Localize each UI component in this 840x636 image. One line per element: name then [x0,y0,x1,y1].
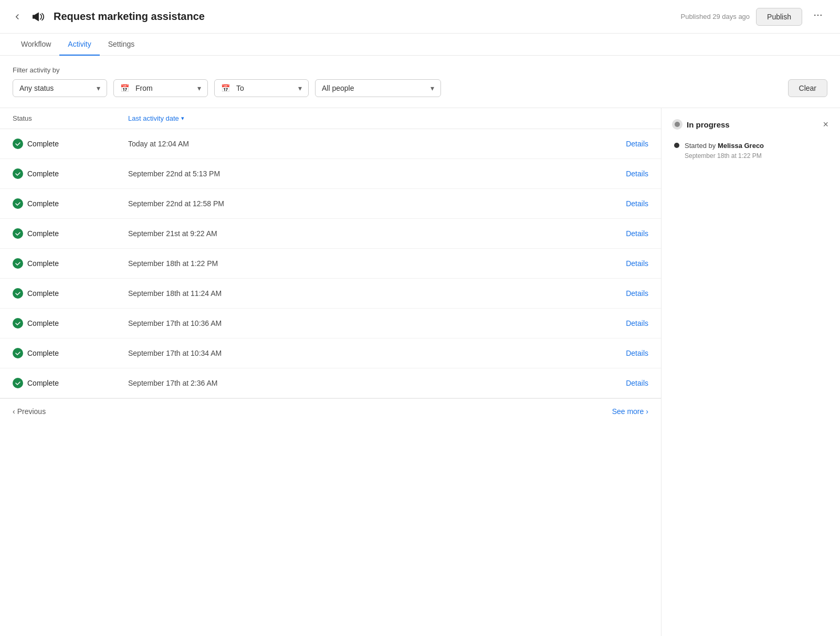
date-cell: September 17th at 10:36 AM [128,319,626,327]
publish-button[interactable]: Publish [756,8,802,26]
people-filter-value: All people [322,84,354,92]
table-row[interactable]: Complete September 22nd at 5:13 PM Detai… [0,159,661,189]
sort-by-date-button[interactable]: Last activity date ▾ [128,114,184,122]
complete-icon [13,228,23,239]
published-status: Published 29 days ago [681,13,750,20]
status-cell: Complete [13,198,128,209]
close-panel-button[interactable]: × [822,119,830,130]
complete-icon [13,288,23,299]
panel-activity-item: Started by Melissa Greco September 18th … [672,141,830,160]
tab-activity[interactable]: Activity [59,34,99,56]
details-link[interactable]: Details [626,379,648,387]
status-text: Complete [27,169,59,178]
status-text: Complete [27,199,59,208]
details-link[interactable]: Details [626,229,648,238]
status-filter[interactable]: Any status ▾ [13,79,107,97]
chevron-down-icon: ▾ [97,84,100,92]
table-row[interactable]: Complete September 18th at 11:24 AM Deta… [0,279,661,309]
from-date-filter[interactable]: 📅 From ▾ [113,79,208,97]
header-actions: Published 29 days ago Publish [681,8,827,26]
status-text: Complete [27,319,59,327]
to-date-value: To [236,84,244,92]
tab-settings[interactable]: Settings [100,34,143,56]
tab-workflow[interactable]: Workflow [13,34,59,56]
activity-text: Started by Melissa Greco [685,141,764,151]
back-button[interactable] [13,12,22,22]
complete-icon [13,139,23,149]
chevron-down-icon: ▾ [430,84,434,92]
from-date-value: From [135,84,153,92]
more-options-button[interactable] [808,8,827,25]
status-cell: Complete [13,318,128,328]
activity-dot-icon [674,143,679,148]
status-cell: Complete [13,139,128,149]
filter-bar: Filter activity by Any status ▾ 📅 From ▾… [0,56,840,108]
page-header: Request marketing assistance Published 2… [0,0,840,34]
sort-label: Last activity date [128,114,179,122]
table-row[interactable]: Complete September 21st at 9:22 AM Detai… [0,219,661,249]
people-filter[interactable]: All people ▾ [315,79,441,97]
svg-point-2 [817,15,819,16]
activity-details: Started by Melissa Greco September 18th … [685,141,764,160]
pagination: ‹ Previous See more › [0,398,661,424]
see-more-button[interactable]: See more › [612,407,648,416]
details-link[interactable]: Details [626,169,648,178]
table-row[interactable]: Complete September 17th at 10:34 AM Deta… [0,338,661,368]
main-content: Status Last activity date ▾ Complete Tod… [0,108,840,636]
status-filter-value: Any status [19,84,54,92]
table-header: Status Last activity date ▾ [0,108,661,129]
app-icon [28,7,47,26]
calendar-icon: 📅 [120,84,129,92]
date-cell: September 18th at 11:24 AM [128,289,626,298]
date-cell: September 18th at 1:22 PM [128,259,626,268]
clear-button[interactable]: Clear [788,79,827,97]
date-cell: September 22nd at 5:13 PM [128,169,626,178]
svg-point-3 [821,15,822,16]
status-column-header: Status [13,114,128,122]
status-text: Complete [27,289,59,298]
table-row[interactable]: Complete September 22nd at 12:58 PM Deta… [0,189,661,219]
complete-icon [13,378,23,388]
details-link[interactable]: Details [626,319,648,327]
details-link[interactable]: Details [626,259,648,268]
table-row[interactable]: Complete Today at 12:04 AM Details [0,129,661,159]
chevron-down-icon: ▾ [298,84,302,92]
chevron-down-icon: ▾ [197,84,201,92]
filter-label: Filter activity by [13,66,827,74]
previous-button[interactable]: ‹ Previous [13,407,46,416]
filter-controls: Any status ▾ 📅 From ▾ 📅 To ▾ All people … [13,79,827,97]
sort-arrow-icon: ▾ [181,115,184,122]
table-row[interactable]: Complete September 18th at 1:22 PM Detai… [0,249,661,279]
details-link[interactable]: Details [626,349,648,357]
status-text: Complete [27,229,59,238]
status-cell: Complete [13,378,128,388]
details-link[interactable]: Details [626,140,648,148]
activity-person: Melissa Greco [718,142,764,150]
complete-icon [13,198,23,209]
date-cell: September 17th at 2:36 AM [128,379,626,387]
status-cell: Complete [13,258,128,269]
panel-status: In progress [672,119,730,130]
date-cell: September 21st at 9:22 AM [128,229,626,238]
to-date-filter[interactable]: 📅 To ▾ [214,79,309,97]
table-row[interactable]: Complete September 17th at 2:36 AM Detai… [0,368,661,398]
side-panel: In progress × Started by Melissa Greco S… [662,108,840,636]
date-cell: September 17th at 10:34 AM [128,349,626,357]
date-column-header: Last activity date ▾ [128,114,648,122]
status-cell: Complete [13,288,128,299]
status-text: Complete [27,140,59,148]
chevron-left-icon: ‹ [13,407,15,416]
status-text: Complete [27,349,59,357]
activity-timestamp: September 18th at 1:22 PM [685,152,764,160]
in-progress-icon [672,119,682,130]
status-cell: Complete [13,228,128,239]
details-link[interactable]: Details [626,289,648,298]
details-link[interactable]: Details [626,199,648,208]
chevron-right-icon: › [646,407,648,416]
complete-icon [13,258,23,269]
activity-table: Status Last activity date ▾ Complete Tod… [0,108,662,636]
date-cell: September 22nd at 12:58 PM [128,199,626,208]
calendar-icon: 📅 [221,84,230,92]
table-row[interactable]: Complete September 17th at 10:36 AM Deta… [0,309,661,338]
table-body: Complete Today at 12:04 AM Details Compl… [0,129,661,398]
